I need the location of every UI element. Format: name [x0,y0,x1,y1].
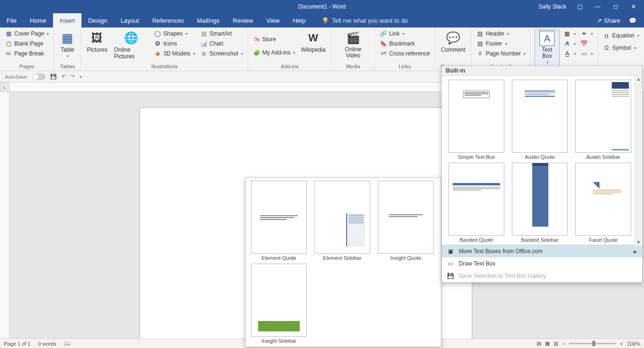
tab-review[interactable]: Review [226,13,260,27]
header-button[interactable]: ▤Header [475,29,527,38]
word-count[interactable]: 0 words [38,341,56,347]
undo-button[interactable]: ↶ [62,73,66,80]
screenshot-button[interactable]: ⎚Screenshot [199,49,244,58]
tab-insert[interactable]: Insert [53,13,82,27]
group-addins: 🛍Store 🧩My Add-ins WWikipedia Add-ins [248,27,331,71]
table-icon: ▦ [60,30,75,46]
comments-pane-icon[interactable]: 💬 [629,17,636,24]
equation-button[interactable]: πEquation [602,31,640,40]
maximize-button[interactable]: ◻ [611,3,620,10]
tab-selector[interactable]: L [0,82,9,92]
title-bar: Document1 - Word Sally Slack ▢ — ◻ ✕ [0,0,644,13]
gallery-label: Element Sidebar [323,255,361,261]
store-button[interactable]: 🛍Store [252,35,296,44]
redo-button[interactable]: ↷ [71,73,75,80]
link-button[interactable]: 🔗Link [379,29,431,38]
ribbon-display-icon[interactable]: ▢ [575,3,584,10]
scroll-down-icon[interactable]: ▼ [635,238,642,246]
save-button[interactable]: 💾 [50,73,57,80]
tab-view[interactable]: View [259,13,286,27]
tab-references[interactable]: References [146,13,190,27]
group-illustrations: 🖼Pictures 🌐Online Pictures ◯Shapes ✪Icon… [81,27,248,71]
gallery-label: Insight Sidebar [261,338,296,344]
gallery-label: Facet Quote [589,237,618,243]
user-name[interactable]: Sally Slack [538,3,566,10]
gallery-item-simple-text-box[interactable]: Simple Text Box [446,80,507,160]
smartart-button[interactable]: ▤SmartArt [199,29,244,38]
wordart-button[interactable]: A [563,39,577,48]
page-break-button[interactable]: ⮓Page Break [4,49,50,58]
gallery-label: Banded Sidebar [521,237,559,243]
gallery-item-banded-quote[interactable]: Banded Quote [446,163,507,243]
zoom-out-button[interactable]: − [562,341,565,347]
autosave-toggle[interactable] [32,73,45,80]
bookmark-button[interactable]: 🔖Bookmark [379,39,431,48]
save-gallery-icon: 💾 [447,272,454,280]
drop-cap-button[interactable]: A̲ [563,49,577,58]
gallery-item-banded-sidebar[interactable]: Banded Sidebar [509,163,571,243]
footer-button[interactable]: ▤Footer [475,39,527,48]
share-button[interactable]: ↗Share [597,17,620,24]
date-time-button[interactable]: 📅 [580,39,594,48]
gallery-scrollbar[interactable]: ▲ ▼ [635,75,642,246]
cross-reference-button[interactable]: ⮂Cross-reference [379,49,431,58]
comment-button[interactable]: 💬Comment [439,29,467,63]
online-pictures-button[interactable]: 🌐Online Pictures [112,29,150,63]
draw-textbox-menu[interactable]: ▭ Draw Text Box [442,257,642,270]
tab-layout[interactable]: Layout [114,13,146,27]
vertical-ruler[interactable] [0,92,9,339]
tab-file[interactable]: File [0,13,23,27]
gallery-item-austin-quote[interactable]: Austin Quote [509,80,571,160]
symbol-button[interactable]: ΩSymbol [602,44,640,52]
gallery-item-austin-sidebar[interactable]: Austin Sidebar [572,80,634,160]
document-title: Document1 - Word [298,3,346,10]
blank-page-button[interactable]: ▢Blank Page [4,39,50,48]
tab-mailings[interactable]: Mailings [190,13,226,27]
icons-button[interactable]: ✪Icons [153,39,196,48]
wikipedia-button[interactable]: WWikipedia [299,29,327,63]
3d-models-button[interactable]: ◉3D Models [153,49,196,58]
object-button[interactable]: ▭ [580,49,594,58]
page-number-button[interactable]: #Page Number [475,49,527,58]
minimize-button[interactable]: — [593,3,602,10]
cover-page-button[interactable]: ▦Cover Page [4,29,50,38]
scroll-up-icon[interactable]: ▲ [635,75,642,83]
gallery-item-element-quote[interactable]: Element Quote [249,181,309,261]
more-textboxes-menu[interactable]: ▣ More Text Boxes from Office.com ▶ [442,245,642,257]
qat-customize[interactable]: ▾ [80,74,82,79]
tab-design[interactable]: Design [81,13,114,27]
gallery-item-element-sidebar[interactable]: Element Sidebar [312,181,373,261]
page-status[interactable]: Page 1 of 1 [4,341,30,347]
zoom-slider[interactable] [569,343,616,344]
zoom-in-button[interactable]: + [620,341,623,347]
spellcheck-icon[interactable]: 📖 [64,340,71,347]
view-read-mode[interactable]: ▤ [537,340,541,347]
table-button[interactable]: ▦ Table [58,29,77,63]
tab-home[interactable]: Home [23,13,53,27]
shapes-button[interactable]: ◯Shapes [153,29,196,38]
text-box-button[interactable]: A Text Box [535,29,560,66]
gallery-item-facet-quote[interactable]: Facet Quote [572,163,634,243]
online-video-button[interactable]: 🎬Online Video [335,29,370,63]
footer-icon: ▤ [476,40,484,47]
chart-button[interactable]: 📊Chart [199,39,244,48]
my-addins-button[interactable]: 🧩My Add-ins [252,48,296,57]
gallery-item-insight-sidebar[interactable]: Insight Sidebar [249,264,309,344]
tell-me-search[interactable]: 💡 Tell me what you want to do [312,13,408,27]
page-number-icon: # [476,50,484,57]
close-button[interactable]: ✕ [629,3,638,10]
view-web-layout[interactable]: ▥ [554,340,558,347]
view-print-layout[interactable]: ▦ [545,340,550,347]
menu-label: Save Selection to Text Box Gallery [459,273,546,279]
gallery-item-insight-quote[interactable]: Insight Quote [376,181,436,261]
tab-help[interactable]: Help [286,13,312,27]
signature-line-button[interactable]: ✒ [580,29,594,38]
pictures-button[interactable]: 🖼Pictures [85,29,109,63]
date-time-icon: 📅 [581,40,588,47]
zoom-level[interactable]: 100% [627,341,640,347]
office-icon: ▣ [447,247,454,255]
blank-page-icon: ▢ [5,40,12,47]
addins-icon: 🧩 [253,49,260,56]
group-pages-label: Pages [4,63,50,71]
quick-parts-button[interactable]: ▦ [563,29,577,38]
